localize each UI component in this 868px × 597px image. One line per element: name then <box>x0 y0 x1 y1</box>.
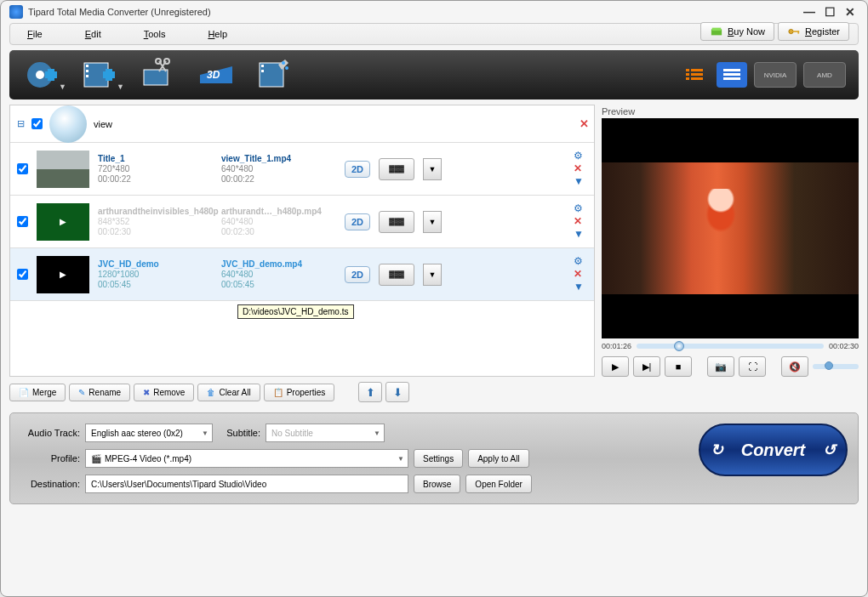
clear-all-button[interactable]: 🗑Clear All <box>197 384 260 401</box>
output-profile-icon[interactable]: ▓▓▓ <box>379 158 414 180</box>
file-checkbox[interactable] <box>17 269 28 280</box>
snapshot-button[interactable]: 📷 <box>707 356 734 377</box>
app-window: Tipard Total Media Converter (Unregister… <box>0 0 868 597</box>
menu-tools[interactable]: Tools <box>144 29 166 39</box>
thumbnail: ▶ <box>37 203 89 241</box>
remove-icon[interactable]: ✕ <box>574 163 584 174</box>
trim-button[interactable] <box>138 57 180 93</box>
svg-rect-28 <box>691 73 703 76</box>
open-folder-button[interactable]: Open Folder <box>465 475 532 493</box>
view-detail-button[interactable] <box>717 62 747 88</box>
settings-icon[interactable]: ⚙ <box>574 151 584 162</box>
apply-all-button[interactable]: Apply to All <box>468 449 528 468</box>
add-video-button[interactable]: ▼ <box>80 57 123 93</box>
profile-dropdown[interactable]: ▼ <box>423 211 442 233</box>
2d-button[interactable]: 2D <box>345 213 370 230</box>
svg-point-16 <box>156 59 161 64</box>
register-button[interactable]: Register <box>778 22 849 41</box>
cart-icon <box>710 26 723 37</box>
menu-file[interactable]: File <box>27 29 43 39</box>
2d-button[interactable]: 2D <box>345 266 370 283</box>
output-profile-icon[interactable]: ▓▓▓ <box>379 264 414 286</box>
move-up-button[interactable]: ⬆ <box>358 382 382 402</box>
mute-button[interactable]: 🔇 <box>781 356 808 377</box>
thumbnail: ▶ <box>37 256 89 293</box>
close-button[interactable]: ✕ <box>842 5 859 19</box>
titlebar[interactable]: Tipard Total Media Converter (Unregister… <box>1 1 867 23</box>
3d-button[interactable]: 3D <box>196 57 238 93</box>
view-list-button[interactable] <box>679 62 710 88</box>
properties-button[interactable]: 📋Properties <box>264 384 335 401</box>
tooltip: D:\videos\JVC_HD_demo.ts <box>237 304 354 319</box>
svg-rect-21 <box>261 70 264 72</box>
thumbnail <box>37 151 89 188</box>
down-icon[interactable]: ▼ <box>574 176 584 187</box>
settings-icon[interactable]: ⚙ <box>574 203 584 214</box>
svg-point-22 <box>282 61 285 65</box>
amd-badge: AMD <box>803 62 846 88</box>
merge-button[interactable]: 📄Merge <box>9 384 66 401</box>
profile-dropdown[interactable]: ▼ <box>423 264 442 286</box>
current-time: 00:01:26 <box>602 342 631 350</box>
maximize-button[interactable]: ☐ <box>821 5 838 19</box>
file-row[interactable]: Title_1720*48000:00:22 view_Title_1.mp46… <box>10 143 594 196</box>
group-checkbox[interactable] <box>31 118 43 129</box>
fullscreen-button[interactable]: ⛶ <box>739 356 766 377</box>
group-row[interactable]: ⊟ view ✕ <box>10 105 594 143</box>
audio-track-label: Audio Track: <box>20 428 80 438</box>
profile-dropdown[interactable]: ▼ <box>423 158 442 180</box>
remove-button[interactable]: ✖Remove <box>134 384 194 401</box>
group-name: view <box>94 119 112 129</box>
profile-combo[interactable]: 🎬MPEG-4 Video (*.mp4) <box>85 449 408 468</box>
file-row[interactable]: ▶ arthurandtheinvisibles_h480p848*35200:… <box>10 196 594 248</box>
subtitle-label: Subtitle: <box>218 428 260 438</box>
menu-help[interactable]: Help <box>208 29 227 39</box>
browse-button[interactable]: Browse <box>414 475 460 493</box>
preview-label: Preview <box>602 105 859 118</box>
remove-icon[interactable]: ✕ <box>574 269 584 280</box>
svg-rect-11 <box>86 70 89 72</box>
output-profile-icon[interactable]: ▓▓▓ <box>379 211 414 233</box>
convert-button[interactable]: Convert <box>699 424 848 476</box>
file-checkbox[interactable] <box>17 163 28 174</box>
settings-button[interactable]: Settings <box>414 449 463 468</box>
preview-screen[interactable] <box>602 118 859 338</box>
preview-panel: Preview 00:01:26 00:02:30 ▶ ▶| ■ 📷 ⛶ 🔇 <box>602 105 859 377</box>
rename-button[interactable]: ✎Rename <box>69 384 130 401</box>
2d-button[interactable]: 2D <box>345 161 370 178</box>
play-button[interactable]: ▶ <box>602 356 629 377</box>
file-list[interactable]: ⊟ view ✕ Title_1720*48000:00:22 view_Tit… <box>9 105 595 377</box>
svg-rect-26 <box>686 77 689 80</box>
settings-icon[interactable]: ⚙ <box>574 256 584 267</box>
destination-input[interactable] <box>85 475 408 493</box>
svg-rect-24 <box>686 69 689 71</box>
svg-rect-29 <box>691 77 703 80</box>
remove-icon[interactable]: ✕ <box>574 216 584 227</box>
svg-rect-32 <box>723 77 740 80</box>
buy-now-button[interactable]: Buy Now <box>700 22 774 41</box>
svg-rect-20 <box>261 65 264 67</box>
subtitle-combo[interactable]: No Subtitle <box>266 424 385 442</box>
collapse-icon[interactable]: ⊟ <box>17 118 25 129</box>
down-icon[interactable]: ▼ <box>574 281 584 293</box>
svg-point-23 <box>285 66 288 70</box>
audio-track-combo[interactable]: English aac stereo (0x2) <box>85 424 213 442</box>
step-button[interactable]: ▶| <box>633 356 660 377</box>
svg-rect-31 <box>723 73 740 76</box>
add-disc-button[interactable]: ▼ <box>22 57 65 93</box>
stop-button[interactable]: ■ <box>665 356 692 377</box>
minimize-button[interactable]: — <box>801 5 818 19</box>
seek-slider[interactable] <box>637 344 824 349</box>
menu-edit[interactable]: Edit <box>85 29 101 39</box>
edit-video-button[interactable] <box>254 57 296 93</box>
svg-rect-30 <box>723 69 740 71</box>
move-down-button[interactable]: ⬇ <box>385 382 409 402</box>
file-checkbox[interactable] <box>17 216 28 227</box>
volume-slider[interactable] <box>813 364 859 369</box>
down-icon[interactable]: ▼ <box>574 229 584 240</box>
group-delete-button[interactable]: ✕ <box>580 117 589 130</box>
bottom-panel: Audio Track: English aac stereo (0x2) Su… <box>9 412 859 504</box>
total-time: 00:02:30 <box>829 342 859 350</box>
svg-rect-27 <box>691 69 703 71</box>
file-row[interactable]: ▶ JVC_HD_demo1280*108000:05:45 JVC_HD_de… <box>10 248 594 301</box>
